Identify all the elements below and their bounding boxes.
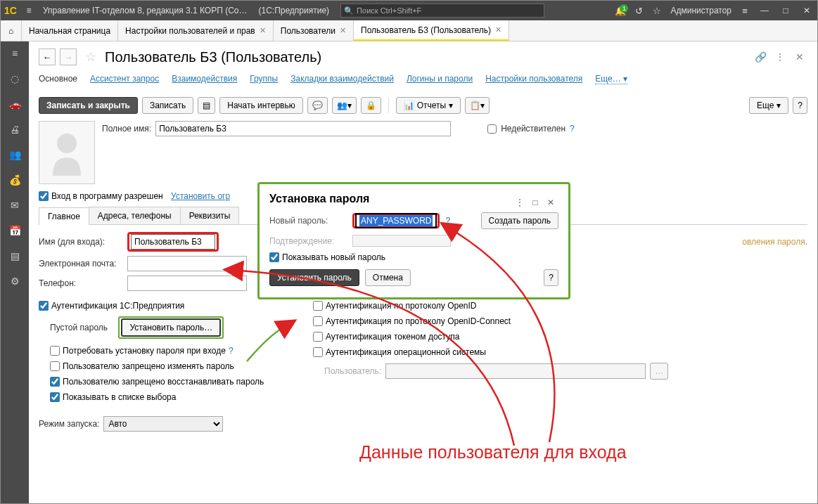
favorite-star-icon[interactable]: ☆ (85, 49, 96, 65)
openid-checkbox[interactable] (313, 301, 323, 311)
tab-start[interactable]: Начальная страница (22, 20, 118, 41)
forbid-restore-checkbox[interactable] (50, 377, 60, 387)
require-pw-help-icon[interactable]: ? (229, 346, 234, 356)
tab-user-settings[interactable]: Настройки пользователей и прав✕ (118, 20, 274, 41)
new-pw-label: Новый пароль: (269, 216, 347, 226)
create-password-button[interactable]: Создать пароль (481, 212, 558, 229)
token-auth-checkbox[interactable] (313, 332, 323, 342)
close-page-icon[interactable]: ✕ (792, 51, 807, 63)
sidebar-dashboard-icon[interactable]: ◌ (7, 71, 23, 86)
home-tab-icon[interactable]: ⌂ (1, 20, 22, 41)
sidebar-calendar-icon[interactable]: 📅 (7, 223, 23, 238)
reports-button[interactable]: 📊 Отчеты ▾ (396, 97, 461, 114)
openid-connect-checkbox[interactable] (313, 316, 323, 326)
report-icon-button[interactable]: 📋▾ (465, 97, 490, 114)
allow-login-checkbox[interactable] (39, 191, 49, 201)
token-auth-label: Аутентификация токеном доступа (326, 332, 459, 342)
show-in-list-checkbox[interactable] (50, 392, 60, 402)
nav-user-settings[interactable]: Настройки пользователя (485, 74, 582, 84)
chat-icon-button[interactable]: 💬 (307, 97, 328, 114)
pw-help-icon[interactable]: ? (445, 216, 450, 226)
settings-icon[interactable]: ≡ (736, 6, 754, 16)
nav-bookmarks[interactable]: Закладки взаимодействий (290, 74, 394, 84)
set-password-button[interactable]: Установить пароль… (121, 318, 221, 337)
nav-main[interactable]: Основное (39, 74, 77, 84)
sidebar-gear-icon[interactable]: ⚙ (7, 273, 23, 289)
set-restrictions-link[interactable]: Установить огр (171, 191, 230, 201)
team-icon-button[interactable]: 👥▾ (332, 97, 357, 114)
inactive-label: Недействителен (501, 124, 565, 134)
sidebar-print-icon[interactable]: 🖨 (7, 122, 23, 137)
phone-input[interactable] (127, 276, 247, 291)
sidebar: ≡ ◌ 🚗 🖨 👥 💰 ✉ 📅 ▤ ⚙ (1, 41, 29, 503)
nav-assistant[interactable]: Ассистент запрос (90, 74, 159, 84)
user-label[interactable]: Администратор (666, 6, 736, 15)
main-menu-icon[interactable]: ≡ (20, 6, 37, 15)
password-dialog: Установка пароля ⋮ □ ✕ Новый пароль: ANY… (257, 182, 570, 299)
fullname-input[interactable] (155, 121, 451, 136)
cancel-button[interactable]: Отмена (365, 269, 411, 286)
notification-badge: 1 (620, 4, 628, 13)
card-icon-button[interactable]: ▤ (198, 97, 215, 114)
nav-logins[interactable]: Логины и пароли (407, 74, 473, 84)
subtab-requisites[interactable]: Реквизиты (180, 207, 240, 224)
dialog-maximize-icon[interactable]: □ (528, 198, 543, 207)
favorites-icon[interactable]: ☆ (648, 6, 666, 16)
auth-1c-checkbox[interactable] (39, 301, 49, 311)
subtab-addresses[interactable]: Адреса, телефоны (89, 207, 181, 224)
history-icon[interactable]: ↺ (630, 6, 648, 16)
notifications-icon[interactable]: 🔔1 (611, 6, 630, 16)
inactive-checkbox[interactable] (487, 124, 497, 134)
close-icon[interactable]: ✕ (340, 26, 346, 35)
annotation-text: Данные пользователя для входа (359, 442, 627, 463)
email-input[interactable] (127, 256, 247, 271)
save-button[interactable]: Записать (142, 97, 193, 114)
nav-groups[interactable]: Группы (250, 74, 278, 84)
sidebar-vehicle-icon[interactable]: 🚗 (7, 96, 23, 112)
fullname-label: Полное имя: (102, 124, 151, 134)
sidebar-group-icon[interactable]: 👥 (7, 147, 23, 162)
sidebar-money-icon[interactable]: 💰 (7, 172, 23, 188)
lock-icon-button[interactable]: 🔒 (361, 97, 381, 114)
dialog-close-icon[interactable]: ✕ (543, 198, 558, 207)
link-icon[interactable]: 🔗 (753, 51, 768, 63)
help-button[interactable]: ? (793, 97, 807, 114)
sidebar-menu-icon[interactable]: ≡ (7, 46, 23, 61)
os-auth-checkbox[interactable] (313, 347, 323, 357)
nav-interactions[interactable]: Взаимодействия (172, 74, 237, 84)
tab-users[interactable]: Пользователи✕ (274, 20, 354, 41)
save-close-button[interactable]: Записать и закрыть (39, 97, 138, 114)
start-interview-button[interactable]: Начать интервью (219, 97, 303, 114)
confirm-password-input (352, 235, 451, 247)
nav-forward-button[interactable]: → (60, 49, 77, 65)
avatar[interactable] (39, 121, 95, 184)
dialog-more-icon[interactable]: ⋮ (512, 198, 528, 207)
subtab-main[interactable]: Главное (39, 207, 89, 225)
close-icon[interactable]: ✕ (260, 26, 266, 35)
empty-pw-label: Пустой пароль (50, 323, 108, 332)
svg-point-0 (57, 134, 77, 153)
set-password-confirm-button[interactable]: Установить пароль (269, 269, 359, 286)
tab-user-b3[interactable]: Пользователь Б3 (Пользователь)✕ (354, 20, 509, 41)
more-icon[interactable]: ⋮ (772, 51, 788, 63)
nav-back-button[interactable]: ← (39, 49, 56, 65)
login-input[interactable] (131, 234, 215, 250)
window-maximize[interactable]: □ (775, 6, 796, 15)
sidebar-mail-icon[interactable]: ✉ (7, 198, 23, 213)
new-password-input[interactable]: ANY_PASSWORD (355, 213, 437, 228)
sidebar-copy-icon[interactable]: ▤ (7, 248, 23, 264)
dialog-help-button[interactable]: ? (544, 269, 558, 286)
require-pw-checkbox[interactable] (50, 346, 60, 356)
titlebar: 1C ≡ Управление IT-отделом 8, редакция 3… (1, 1, 817, 20)
pw-renewal-hint: овления пароля. (742, 237, 807, 247)
window-close[interactable]: ✕ (796, 6, 817, 15)
global-search-input[interactable]: 🔍 Поиск Ctrl+Shift+F (340, 4, 544, 18)
inactive-help-icon[interactable]: ? (570, 124, 575, 134)
close-icon[interactable]: ✕ (495, 25, 501, 34)
show-pw-checkbox[interactable] (269, 252, 279, 262)
nav-more[interactable]: Еще… ▾ (595, 74, 627, 84)
forbid-change-checkbox[interactable] (50, 361, 60, 371)
more-button[interactable]: Еще ▾ (749, 97, 788, 114)
window-minimize[interactable]: — (754, 6, 775, 15)
launch-mode-select[interactable]: Авто (103, 416, 223, 432)
